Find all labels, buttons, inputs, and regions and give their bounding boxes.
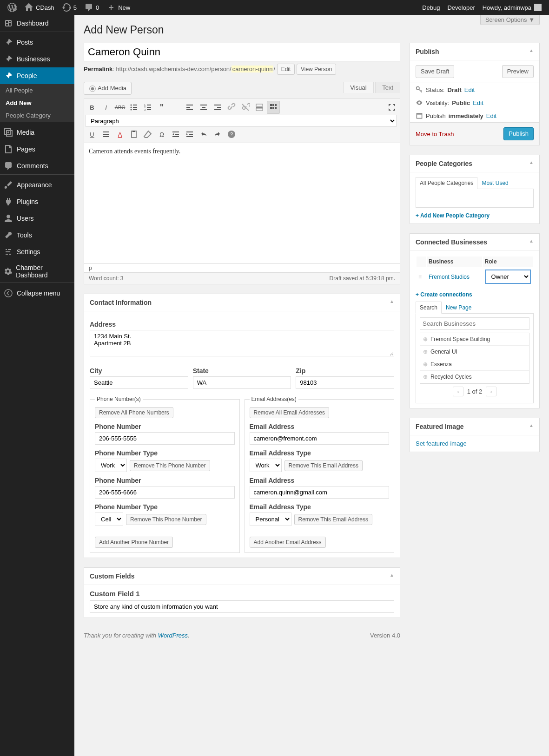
submenu-people-category[interactable]: People Category: [0, 109, 74, 122]
categories-list[interactable]: [416, 189, 534, 208]
menu-settings[interactable]: Settings: [0, 243, 74, 260]
phone-1-type-select[interactable]: Work: [95, 459, 127, 472]
paste-text-button[interactable]: [127, 128, 140, 141]
menu-chamber[interactable]: Chamber Dashboard: [0, 260, 74, 283]
submenu-all-people[interactable]: All People: [0, 84, 74, 97]
editor-content[interactable]: Cameron attends events frequently.: [84, 143, 400, 264]
custom-field-1-input[interactable]: [90, 600, 394, 613]
debug-link[interactable]: Debug: [418, 0, 443, 15]
menu-dashboard[interactable]: Dashboard: [0, 15, 74, 32]
align-center-button[interactable]: [197, 101, 210, 114]
permalink-slug[interactable]: cameron-quinn: [232, 66, 274, 72]
schedule-edit-link[interactable]: Edit: [486, 112, 496, 119]
create-connections-link[interactable]: + Create connections: [416, 291, 534, 298]
undo-button[interactable]: [197, 128, 210, 141]
special-char-button[interactable]: Ω: [155, 128, 168, 141]
publish-box-toggle[interactable]: Publish▲: [410, 43, 539, 60]
state-input[interactable]: [193, 376, 291, 389]
title-input[interactable]: [84, 43, 400, 61]
quote-button[interactable]: ": [155, 101, 168, 114]
search-businesses-input[interactable]: [420, 317, 529, 330]
collapse-menu[interactable]: Collapse menu: [0, 285, 74, 302]
city-input[interactable]: [90, 376, 188, 389]
menu-comments[interactable]: Comments: [0, 158, 74, 174]
menu-plugins[interactable]: Plugins: [0, 193, 74, 210]
connections-tab-new[interactable]: New Page: [442, 302, 476, 314]
redo-button[interactable]: [211, 128, 224, 141]
menu-businesses[interactable]: Businesses: [0, 51, 74, 67]
connected-business-link[interactable]: Fremont Studios: [429, 274, 470, 280]
set-featured-image-link[interactable]: Set featured image: [416, 440, 467, 447]
move-to-trash-link[interactable]: Move to Trash: [416, 131, 454, 138]
remove-phone-2-button[interactable]: Remove This Phone Number: [126, 514, 206, 525]
align-left-button[interactable]: [183, 101, 196, 114]
menu-people[interactable]: People: [0, 67, 74, 84]
bold-button[interactable]: B: [86, 101, 99, 114]
preview-button[interactable]: Preview: [502, 65, 534, 78]
submenu-add-new[interactable]: Add New: [0, 97, 74, 109]
account-link[interactable]: Howdy, adminwpa: [479, 0, 545, 15]
address-input[interactable]: 1234 Main St. Apartment 2B: [90, 330, 394, 356]
wp-logo[interactable]: [4, 0, 20, 15]
add-category-link[interactable]: + Add New People Category: [416, 212, 534, 219]
add-media-button[interactable]: Add Media: [84, 82, 132, 95]
updates-link[interactable]: 5: [58, 0, 80, 15]
editor-tab-text[interactable]: Text: [375, 82, 400, 93]
remove-email-1-button[interactable]: Remove This Email Address: [284, 460, 363, 471]
format-select[interactable]: Paragraph: [86, 115, 397, 127]
custom-fields-toggle[interactable]: Custom Fields▲: [84, 568, 400, 585]
menu-posts[interactable]: Posts: [0, 34, 74, 51]
help-button[interactable]: ?: [225, 128, 238, 141]
view-person-button[interactable]: View Person: [297, 64, 336, 75]
connections-tab-search[interactable]: Search: [416, 302, 442, 314]
menu-pages[interactable]: Pages: [0, 141, 74, 158]
fullscreen-button[interactable]: [385, 101, 398, 114]
role-select[interactable]: Owner: [485, 270, 531, 284]
publish-button[interactable]: Publish: [503, 127, 534, 140]
justify-button[interactable]: [99, 128, 112, 141]
new-link[interactable]: New: [103, 0, 134, 15]
email-1-type-select[interactable]: Work: [250, 459, 282, 472]
categories-tab-most-used[interactable]: Most Used: [477, 177, 512, 189]
indent-button[interactable]: [183, 128, 196, 141]
menu-users[interactable]: Users: [0, 210, 74, 227]
connected-box-toggle[interactable]: Connected Businesses▲: [410, 234, 539, 251]
categories-tab-all[interactable]: All People Categories: [416, 177, 477, 189]
add-email-button[interactable]: Add Another Email Address: [250, 537, 326, 548]
menu-tools[interactable]: Tools: [0, 227, 74, 243]
featured-image-toggle[interactable]: Featured Image▲: [410, 418, 539, 435]
visibility-edit-link[interactable]: Edit: [473, 99, 483, 106]
editor-tab-visual[interactable]: Visual: [343, 82, 373, 93]
pager-prev-button[interactable]: ‹: [453, 387, 463, 396]
email-2-type-select[interactable]: Personal: [250, 513, 291, 526]
business-result-item[interactable]: ⊕Essenza: [420, 358, 529, 371]
save-draft-button[interactable]: Save Draft: [416, 65, 454, 78]
drag-handle-icon[interactable]: ≡: [417, 268, 426, 286]
hr-button[interactable]: —: [169, 101, 182, 114]
clear-format-button[interactable]: [141, 128, 154, 141]
link-button[interactable]: [225, 101, 238, 114]
pager-next-button[interactable]: ›: [486, 387, 496, 396]
business-result-item[interactable]: ⊕Recycled Cycles: [420, 371, 529, 383]
permalink-edit-button[interactable]: Edit: [277, 64, 295, 75]
ol-button[interactable]: 123: [141, 101, 154, 114]
remove-all-phones-button[interactable]: Remove All Phone Numbers: [95, 407, 173, 418]
zip-input[interactable]: [296, 376, 394, 389]
phone-2-type-select[interactable]: Cell: [95, 513, 123, 526]
remove-email-2-button[interactable]: Remove This Email Address: [294, 514, 373, 525]
ul-button[interactable]: [127, 101, 140, 114]
status-edit-link[interactable]: Edit: [464, 86, 475, 93]
comments-link[interactable]: 0: [80, 0, 103, 15]
site-link[interactable]: CDash: [20, 0, 58, 15]
add-phone-button[interactable]: Add Another Phone Number: [95, 537, 173, 548]
remove-all-emails-button[interactable]: Remove All Email Addresses: [250, 407, 329, 418]
phone-2-input[interactable]: [95, 486, 235, 499]
menu-appearance[interactable]: Appearance: [0, 177, 74, 193]
contact-info-toggle[interactable]: Contact Information▲: [84, 294, 400, 311]
email-2-input[interactable]: [250, 486, 390, 499]
italic-button[interactable]: I: [99, 101, 112, 114]
textcolor-button[interactable]: A: [113, 128, 126, 141]
phone-1-input[interactable]: [95, 432, 235, 445]
outdent-button[interactable]: [169, 128, 182, 141]
menu-media[interactable]: Media: [0, 124, 74, 141]
